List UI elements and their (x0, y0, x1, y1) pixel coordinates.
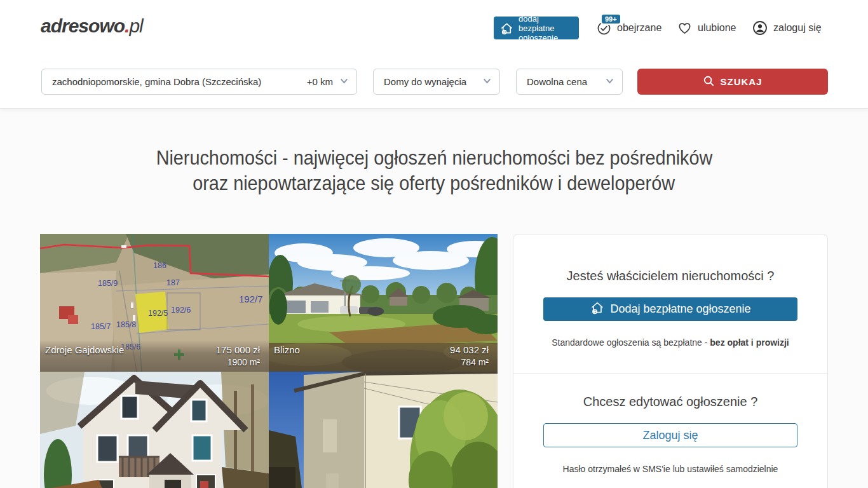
edit-panel-note: Hasło otrzymałeś w SMS'ie lub ustawiłeś … (513, 464, 827, 474)
sidebar-add-listing-button[interactable]: Dodaj bezpłatne ogłoszenie (543, 297, 797, 321)
listing-overlay: Blizno 94 032 zł 784 m² (269, 340, 498, 372)
add-listing-button[interactable]: dodaj bezpłatneogłoszenie (494, 17, 579, 39)
user-circle-icon (752, 20, 768, 36)
edit-panel-title: Chcesz edytować ogłoszenie ? (513, 395, 827, 409)
listing-card[interactable]: Pyki, ul. Graniczna 379 000 zł (269, 372, 498, 488)
listing-area: 1900 m² (216, 356, 260, 369)
location-select[interactable]: zachodniopomorskie, gmina Dobra (Szczeci… (41, 69, 357, 95)
owner-panel-note: Standardowe ogłoszenia są bezpłatne - be… (513, 337, 827, 348)
chevron-down-icon (339, 76, 349, 88)
viewed-count-badge: 99+ (602, 15, 620, 24)
svg-text:185/8: 185/8 (116, 320, 136, 329)
chevron-down-icon (605, 76, 614, 88)
listing-card[interactable]: 185/9 186 187 192/7 192/5 192/6 185/7 18… (40, 234, 269, 372)
viewed-label: obejrzane (617, 22, 661, 34)
page-title: Nieruchomości - najwięcej ogłoszeń nieru… (0, 145, 868, 196)
price-value: Dowolna cena (527, 76, 587, 87)
svg-text:185/9: 185/9 (98, 279, 118, 288)
login-label: zaloguj się (773, 22, 822, 34)
add-listing-label: dodaj bezpłatneogłoszenie (519, 14, 573, 43)
sidebar-add-listing-label: Dodaj bezpłatne ogłoszenie (610, 302, 750, 316)
header: adresowo.pl dodaj bezpłatneogłoszenie 99… (0, 0, 868, 109)
search-icon (703, 75, 715, 89)
listing-price: 94 032 zł (450, 344, 489, 356)
house-add-icon (590, 300, 605, 318)
listing-card[interactable]: Blizno 94 032 zł 784 m² (269, 234, 498, 372)
logo-main: adresowo (41, 15, 125, 36)
listings-grid: 185/9 186 187 192/7 192/5 192/6 185/7 18… (40, 234, 498, 488)
listing-card[interactable]: Zakrzewo Kościelne 1 250 000 zł (40, 372, 269, 488)
favorites-label: ulubione (698, 22, 736, 34)
listing-name: Blizno (274, 344, 300, 356)
svg-text:192/5: 192/5 (148, 309, 168, 318)
price-select[interactable]: Dowolna cena (516, 69, 623, 95)
svg-text:192/7: 192/7 (239, 294, 263, 304)
viewed-link[interactable]: 99+ obejrzane (597, 20, 661, 36)
property-type-value: Domy do wynajęcia (384, 76, 466, 87)
check-circle-icon: 99+ (597, 21, 611, 36)
svg-text:185/7: 185/7 (91, 322, 111, 331)
location-radius: +0 km (307, 76, 339, 87)
sidebar-login-button[interactable]: Zaloguj się (543, 423, 797, 447)
owner-panel-title: Jesteś właścicielem nieruchomości ? (513, 269, 827, 283)
logo-tld: pl (129, 15, 142, 36)
heart-icon (677, 21, 692, 36)
page: adresowo.pl dodaj bezpłatneogłoszenie 99… (0, 0, 868, 488)
search-button[interactable]: SZUKAJ (637, 69, 828, 95)
logo[interactable]: adresowo.pl (41, 15, 143, 37)
listing-photo-house-side (269, 372, 498, 488)
listing-area: 784 m² (450, 356, 489, 369)
property-type-select[interactable]: Domy do wynajęcia (373, 69, 500, 95)
listing-name: Zdroje Gajdowskie (45, 344, 124, 356)
listing-price: 175 000 zł (216, 344, 260, 356)
listing-photo-house (40, 372, 269, 488)
sidebar-divider (513, 373, 827, 374)
listing-overlay: Zdroje Gajdowskie 175 000 zł 1900 m² (40, 340, 269, 372)
house-add-icon (499, 21, 514, 36)
svg-text:187: 187 (166, 278, 180, 287)
sidebar-login-label: Zaloguj się (642, 429, 698, 442)
search-bar: zachodniopomorskie, gmina Dobra (Szczeci… (41, 69, 828, 95)
login-link[interactable]: zaloguj się (752, 20, 822, 36)
favorites-link[interactable]: ulubione (677, 20, 736, 36)
location-value: zachodniopomorskie, gmina Dobra (Szczeci… (52, 76, 261, 87)
svg-text:186: 186 (153, 261, 166, 270)
chevron-down-icon (482, 76, 492, 88)
owner-panel: Jesteś właścicielem nieruchomości ? Doda… (513, 234, 828, 488)
search-button-label: SZUKAJ (720, 76, 762, 87)
svg-text:192/6: 192/6 (171, 306, 191, 315)
